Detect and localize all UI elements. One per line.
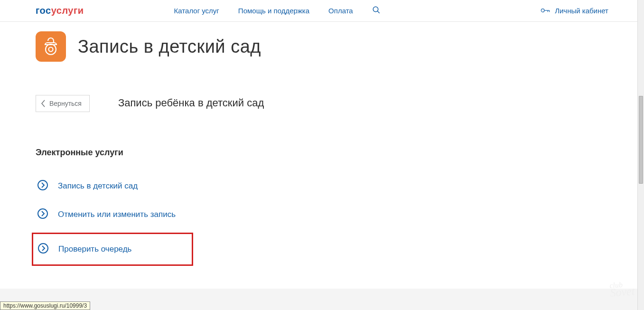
logo-part-uslugi: услуги <box>51 5 84 16</box>
service-enroll-label: Запись в детский сад <box>58 181 138 191</box>
service-check-queue-label: Проверить очередь <box>58 244 131 254</box>
search-icon[interactable] <box>372 6 381 16</box>
service-list: Запись в детский сад Отменить или измени… <box>36 172 608 266</box>
highlight-box: Проверить очередь <box>32 233 193 266</box>
section-heading: Электронные услуги <box>36 148 608 158</box>
logo-part-gos: гос <box>36 5 51 16</box>
service-enroll[interactable]: Запись в детский сад <box>36 172 608 200</box>
footer-area <box>0 289 637 310</box>
svg-line-1 <box>377 11 380 13</box>
key-icon <box>541 7 550 15</box>
svg-point-8 <box>38 180 47 190</box>
subtitle: Запись ребёнка в детский сад <box>118 95 264 109</box>
svg-point-9 <box>38 209 47 218</box>
logo[interactable]: госуслуги <box>36 5 84 16</box>
service-check-queue[interactable]: Проверить очередь <box>36 240 192 259</box>
personal-cabinet-link[interactable]: Личный кабинет <box>541 7 608 15</box>
top-header: госуслуги Каталог услуг Помощь и поддерж… <box>0 0 644 22</box>
svg-point-2 <box>541 9 544 12</box>
service-cancel[interactable]: Отменить или изменить запись <box>36 200 608 229</box>
title-row: Запись в детский сад <box>36 31 608 62</box>
back-button[interactable]: Вернуться <box>36 95 90 112</box>
main-nav: Каталог услуг Помощь и поддержка Оплата <box>174 6 381 16</box>
nav-payment[interactable]: Оплата <box>328 7 353 15</box>
nav-catalog[interactable]: Каталог услуг <box>174 7 219 15</box>
scroll-thumb[interactable] <box>639 96 643 184</box>
chevron-left-icon <box>41 100 46 107</box>
vertical-scrollbar[interactable] <box>637 0 644 310</box>
sub-row: Вернуться Запись ребёнка в детский сад <box>36 95 608 112</box>
chevron-circle-right-icon <box>37 243 49 256</box>
nav-help[interactable]: Помощь и поддержка <box>238 7 309 15</box>
chevron-circle-right-icon <box>37 208 48 221</box>
main-content: Запись в детский сад Вернуться Запись ре… <box>0 22 644 275</box>
svg-point-7 <box>49 47 53 52</box>
chevron-circle-right-icon <box>37 179 48 193</box>
cabinet-label: Личный кабинет <box>555 7 608 15</box>
svg-point-10 <box>38 244 48 253</box>
page-title: Запись в детский сад <box>78 37 261 57</box>
back-label: Вернуться <box>49 100 82 107</box>
browser-status-bar: https://www.gosuslugi.ru/10999/3 <box>0 301 90 310</box>
svg-point-0 <box>373 7 378 12</box>
pacifier-icon <box>36 31 66 62</box>
svg-point-6 <box>46 44 56 55</box>
service-cancel-label: Отменить или изменить запись <box>58 210 176 219</box>
